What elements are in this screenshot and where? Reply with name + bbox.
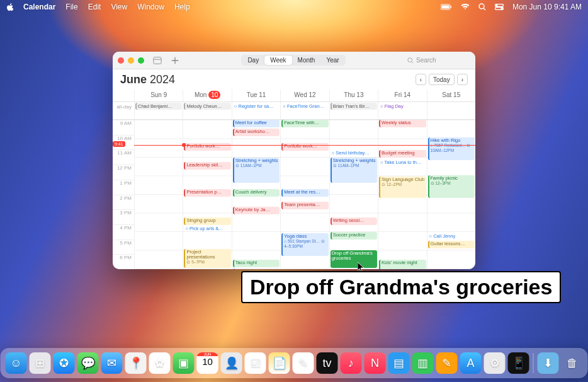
event[interactable]: Pick up arts &… — [184, 226, 230, 233]
allday-event[interactable]: FaceTime Gran… — [281, 103, 328, 110]
dock-settings[interactable]: ⚙ — [484, 352, 506, 374]
event[interactable]: Sign Language Club⊙ 12–2PM — [379, 177, 426, 198]
day-header[interactable]: Wed 12 — [280, 90, 329, 101]
event[interactable]: Call Jenny — [428, 233, 475, 241]
event[interactable]: FaceTime with… — [281, 120, 328, 127]
event[interactable]: Artist worksho… — [233, 129, 280, 136]
dock-reminders[interactable]: ☑ — [245, 352, 266, 374]
event[interactable]: Guitar lessons… — [428, 241, 475, 248]
dock-iphone-mirror[interactable]: 📱 — [508, 352, 529, 374]
dock-appstore[interactable]: A — [460, 352, 482, 374]
event[interactable]: Budget meeting — [379, 150, 426, 158]
allday-event[interactable]: Register for sa… — [233, 103, 280, 110]
day-column[interactable]: Portfolio work…Leadership skil…Presentat… — [183, 120, 231, 269]
menubar-clock[interactable]: Mon Jun 10 9:41 AM — [512, 3, 582, 11]
spotlight-icon[interactable] — [478, 3, 486, 11]
dock-news[interactable]: N — [365, 352, 386, 374]
day-column[interactable]: Send birthday…Stretching + weights⊙ 11AM… — [329, 120, 378, 269]
allday-event[interactable]: Melody Cheun… — [184, 103, 230, 110]
event[interactable]: Meet for coffee — [233, 120, 280, 127]
dock-freeform[interactable]: ✎ — [293, 352, 314, 374]
dock-trash[interactable]: 🗑 — [562, 352, 583, 374]
view-month[interactable]: Month — [292, 55, 321, 65]
view-segmented-control[interactable]: Day Week Month Year — [241, 55, 345, 66]
allday-cell[interactable]: FaceTime Gran… — [280, 102, 329, 119]
dock-maps[interactable]: 📍 — [125, 352, 147, 374]
event[interactable]: Portfolio work… — [281, 143, 328, 151]
window-minimize-button[interactable] — [128, 57, 134, 64]
day-header[interactable]: Mon 10 — [183, 90, 231, 101]
dock-facetime[interactable]: ▣ — [173, 352, 195, 374]
menu-help[interactable]: Help — [174, 3, 190, 11]
window-close-button[interactable] — [118, 57, 124, 64]
allday-event[interactable]: Flag Day — [379, 103, 426, 110]
event[interactable]: Keynote by Ja… — [233, 207, 280, 214]
event[interactable]: Yoga class⌂ 501 Stanyan St… ⊙ 4–5:30PM — [281, 233, 328, 256]
allday-event[interactable]: Chad Benjami… — [135, 103, 182, 110]
dock-notes[interactable]: 📄 — [269, 352, 290, 374]
menubar-app-name[interactable]: Calendar — [23, 3, 55, 11]
day-column[interactable]: Meet for coffeeArtist worksho…Stretching… — [232, 120, 280, 269]
event[interactable]: Tutoring session — [233, 269, 280, 269]
search-input[interactable]: Search — [407, 57, 470, 64]
window-zoom-button[interactable] — [138, 57, 144, 64]
allday-cell[interactable]: Brian Tran's Bir… — [329, 102, 378, 119]
dock-launchpad[interactable]: ⊞ — [30, 352, 51, 374]
menu-edit[interactable]: Edit — [88, 3, 101, 11]
event[interactable]: Drop off Grandma's groceries — [331, 250, 377, 268]
event[interactable]: Stretching + weights⊙ 11AM–1PM — [233, 158, 280, 183]
next-week-button[interactable]: › — [457, 74, 468, 85]
dock-numbers[interactable]: ▥ — [412, 352, 434, 374]
event[interactable]: Hike with Rigo⌂ 7867 Redwood… ⊙ 10AM–12P… — [428, 137, 475, 160]
control-center-icon[interactable] — [495, 4, 504, 10]
day-header[interactable]: Thu 13 — [329, 90, 378, 101]
week-grid[interactable]: 9 AM10 AM11 AM12 PM1 PM2 PM3 PM4 PM5 PM6… — [113, 120, 475, 269]
apple-menu-icon[interactable] — [6, 3, 14, 11]
day-header[interactable]: Fri 14 — [378, 90, 426, 101]
day-header[interactable]: Sat 15 — [427, 90, 475, 101]
event[interactable]: Taco night — [233, 260, 280, 267]
allday-event[interactable]: Brian Tran's Bir… — [331, 103, 377, 110]
dock-pages[interactable]: ✎ — [436, 352, 458, 374]
event[interactable]: Weekly status — [379, 120, 426, 127]
dock-finder[interactable]: ☺ — [6, 352, 27, 374]
view-day[interactable]: Day — [242, 55, 264, 65]
today-button[interactable]: Today — [429, 74, 455, 85]
event[interactable]: Family picnic⊙ 12–3PM — [428, 175, 475, 198]
event[interactable]: Team presenta… — [281, 202, 328, 209]
day-header[interactable]: Tue 11 — [232, 90, 280, 101]
dock-calendar[interactable]: JUN10 — [197, 352, 218, 374]
battery-icon[interactable] — [441, 4, 452, 10]
dock-messages[interactable]: 💬 — [77, 352, 99, 374]
event[interactable]: Presentation p… — [184, 189, 230, 197]
event[interactable]: Leadership skil… — [184, 162, 230, 170]
day-column[interactable]: Hike with Rigo⌂ 7867 Redwood… ⊙ 10AM–12P… — [427, 120, 475, 269]
prev-week-button[interactable]: ‹ — [416, 74, 426, 85]
event[interactable]: Take Luna to th… — [379, 159, 426, 167]
event[interactable]: Project presentations⊙ 5–7PM — [184, 249, 230, 268]
allday-cell[interactable]: Chad Benjami… — [134, 102, 183, 119]
plus-icon[interactable] — [171, 56, 179, 65]
dock-contacts[interactable]: 👤 — [221, 352, 242, 374]
menu-view[interactable]: View — [111, 3, 127, 11]
event[interactable]: Send birthday… — [331, 150, 377, 158]
calendars-sidebar-icon[interactable] — [153, 56, 162, 65]
view-year[interactable]: Year — [320, 55, 344, 65]
event[interactable]: Writing sessi… — [331, 217, 377, 225]
menu-file[interactable]: File — [65, 3, 77, 11]
day-header[interactable]: Sun 9 — [134, 90, 183, 101]
event[interactable]: Kids' movie night — [379, 260, 426, 269]
allday-cell[interactable]: Melody Cheun… — [183, 102, 231, 119]
event[interactable]: Portfolio work… — [184, 143, 230, 151]
dock-downloads[interactable]: ⬇ — [538, 352, 559, 374]
event[interactable]: Couch delivery — [233, 189, 280, 197]
dock-music[interactable]: ♪ — [341, 352, 362, 374]
allday-cell[interactable]: Flag Day — [378, 102, 426, 119]
event[interactable]: Soccer practice — [331, 232, 377, 240]
menu-window[interactable]: Window — [137, 3, 164, 11]
dock-tv[interactable]: tv — [317, 352, 338, 374]
dock-photos[interactable]: ✿ — [149, 352, 171, 374]
dock-mail[interactable]: ✉ — [101, 352, 123, 374]
view-week[interactable]: Week — [264, 55, 291, 65]
allday-cell[interactable] — [427, 102, 475, 119]
